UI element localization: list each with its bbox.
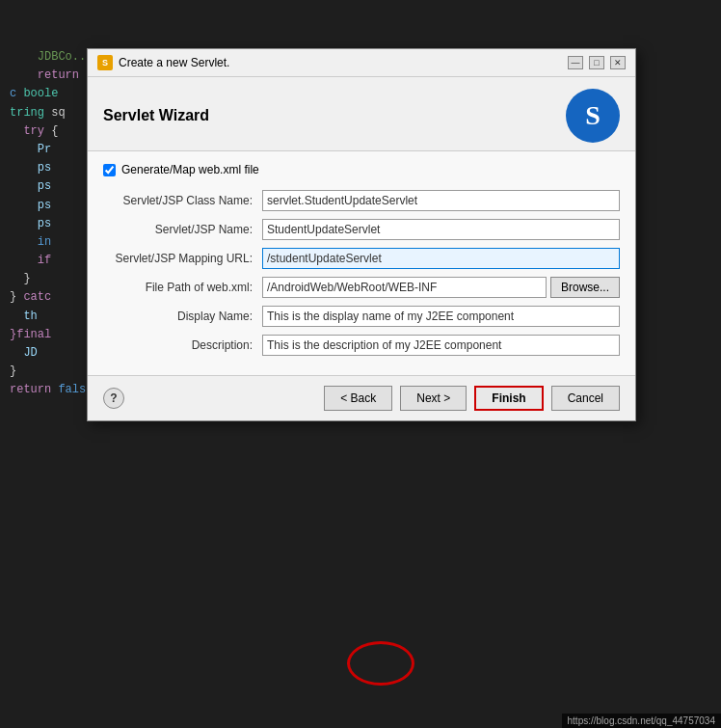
dialog-footer: ? < Back Next > Finish Cancel — [88, 375, 635, 420]
close-button[interactable]: ✕ — [610, 56, 626, 69]
wizard-icon: S — [566, 89, 620, 143]
servlet-name-input[interactable] — [262, 219, 620, 240]
display-name-row: Display Name: — [103, 306, 620, 327]
cancel-button[interactable]: Cancel — [551, 386, 620, 411]
dialog-title-icon: S — [97, 55, 113, 70]
class-name-input[interactable] — [262, 190, 620, 211]
generate-checkbox-label: Generate/Map web.xml file — [121, 163, 259, 176]
finish-button[interactable]: Finish — [474, 386, 543, 411]
browse-button[interactable]: Browse... — [550, 277, 620, 298]
dialog-header: Servlet Wizard S — [88, 77, 635, 151]
help-button[interactable]: ? — [103, 388, 124, 409]
dialog-title-text: Create a new Servlet. — [119, 56, 562, 69]
mapping-url-row: Servlet/JSP Mapping URL: — [103, 248, 620, 269]
dialog-header-title: Servlet Wizard — [103, 107, 566, 124]
class-name-row: Servlet/JSP Class Name: — [103, 190, 620, 211]
generate-checkbox[interactable] — [103, 164, 116, 176]
restore-button[interactable]: □ — [589, 56, 604, 69]
url-bar: https://blog.csdn.net/qq_44757034 — [562, 714, 721, 728]
mapping-url-label: Servlet/JSP Mapping URL: — [103, 252, 262, 265]
display-name-label: Display Name: — [103, 310, 262, 323]
servlet-name-row: Servlet/JSP Name: — [103, 219, 620, 240]
description-row: Description: — [103, 335, 620, 356]
display-name-input[interactable] — [262, 306, 620, 327]
back-button[interactable]: < Back — [324, 386, 392, 411]
description-label: Description: — [103, 338, 262, 352]
browse-row: Browse... — [262, 277, 620, 298]
generate-checkbox-row: Generate/Map web.xml file — [103, 163, 620, 176]
dialog: S Create a new Servlet. — □ ✕ Servlet Wi… — [87, 48, 636, 421]
minimize-button[interactable]: — — [568, 56, 583, 69]
dialog-body: Generate/Map web.xml file Servlet/JSP Cl… — [88, 151, 635, 375]
next-button[interactable]: Next > — [400, 386, 467, 411]
filepath-label: File Path of web.xml: — [103, 281, 262, 294]
dialog-titlebar: S Create a new Servlet. — □ ✕ — [88, 49, 635, 77]
filepath-row: File Path of web.xml: Browse... — [103, 277, 620, 298]
description-input[interactable] — [262, 335, 620, 356]
servlet-name-label: Servlet/JSP Name: — [103, 223, 262, 236]
filepath-input[interactable] — [262, 277, 547, 298]
mapping-url-input[interactable] — [262, 248, 620, 269]
class-name-label: Servlet/JSP Class Name: — [103, 194, 262, 207]
